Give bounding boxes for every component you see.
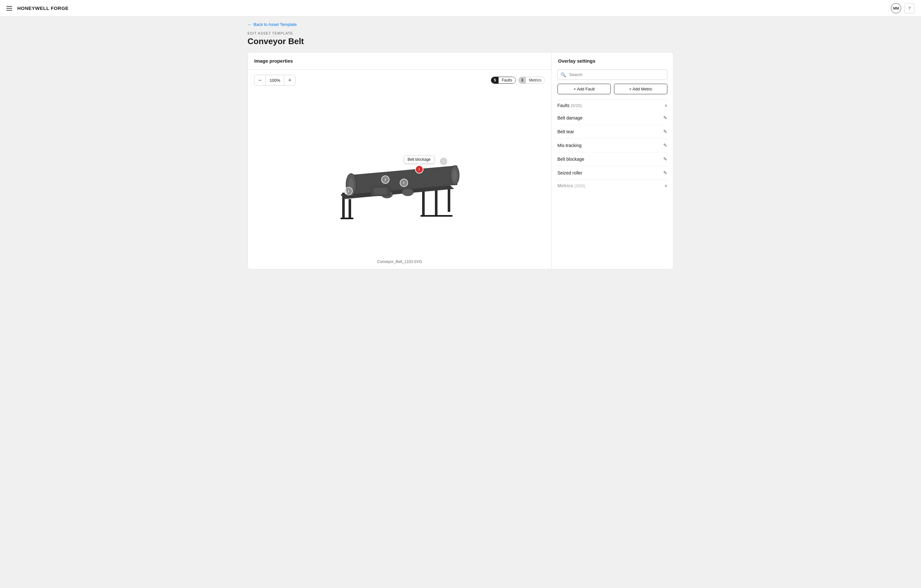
faults-badge[interactable]: 5 Faults [491, 77, 516, 84]
faults-badge-count: 5 [491, 77, 498, 83]
overlay-settings-panel: Overlay settings 🔍 + Add Fault + Add Met… [552, 52, 673, 269]
metrics-chevron: ∨ [664, 184, 667, 188]
marker-5[interactable]: i [439, 157, 448, 166]
edit-icon-belt-blockage[interactable]: ✎ [663, 156, 667, 162]
edit-icon-seized-roller[interactable]: ✎ [663, 170, 667, 176]
metrics-count: (3/20) [574, 184, 585, 188]
top-navigation: HONEYWELL FORGE MM ? [0, 0, 921, 16]
edit-icon-belt-damage[interactable]: ✎ [663, 115, 667, 121]
edit-icon-mis-tracking[interactable]: ✎ [663, 143, 667, 148]
marker-1[interactable]: i [344, 187, 353, 195]
hamburger-menu[interactable] [7, 6, 12, 11]
svg-rect-23 [374, 188, 387, 194]
action-buttons: + Add Fault + Add Metric [552, 84, 673, 99]
zoom-controls: − 100% + [254, 75, 296, 86]
svg-rect-3 [435, 188, 438, 216]
page-content: ← Back to Asset Template EDIT ASSET TEMP… [240, 16, 681, 277]
edit-icon-belt-tear[interactable]: ✎ [663, 129, 667, 135]
faults-count: (5/20) [571, 103, 582, 108]
fault-item-belt-damage: Belt damage ✎ [557, 111, 667, 125]
image-toolbar: − 100% + 5 Faults 3 Metrics [248, 70, 551, 91]
conveyor-belt-image [323, 122, 477, 225]
fault-item-belt-tear: Belt tear ✎ [557, 125, 667, 139]
marker-2[interactable]: i [381, 175, 389, 184]
zoom-value: 100% [265, 75, 284, 85]
search-box: 🔍 [557, 69, 667, 80]
help-icon: ? [908, 6, 911, 11]
main-card: Image properties − 100% + 5 Faults 3 [247, 52, 674, 270]
zoom-in-button[interactable]: + [284, 75, 295, 85]
fault-name-belt-tear: Belt tear [557, 129, 574, 134]
help-button[interactable]: ? [905, 3, 914, 13]
fault-item-belt-blockage: Belt blockage ✎ [557, 153, 667, 166]
svg-rect-5 [340, 218, 353, 219]
marker-circle-4-active: i [415, 165, 423, 174]
svg-point-19 [452, 170, 457, 180]
add-metric-button[interactable]: + Add Metric [614, 84, 667, 94]
metrics-section-header[interactable]: Metrics (3/20) ∨ [557, 180, 667, 192]
app-logo: HONEYWELL FORGE [17, 5, 69, 11]
search-input[interactable] [557, 69, 667, 80]
image-filename: Conveyor_Belt_1103.SVG [248, 256, 551, 269]
faults-chevron: ∧ [664, 103, 667, 108]
back-link-label: Back to Asset Template [254, 22, 297, 27]
svg-point-21 [402, 188, 413, 196]
metrics-badge[interactable]: 3 Metrics [518, 77, 545, 84]
marker-4-belt-blockage[interactable]: Belt blockage i [415, 165, 423, 174]
add-fault-button[interactable]: + Add Fault [557, 84, 611, 94]
fault-name-belt-blockage: Belt blockage [557, 157, 584, 162]
overlay-settings-header: Overlay settings [552, 52, 673, 69]
faults-section-title: Faults (5/20) [557, 103, 582, 108]
image-properties-panel: Image properties − 100% + 5 Faults 3 [248, 52, 552, 269]
metrics-badge-count: 3 [519, 77, 526, 83]
faults-title: Faults [557, 103, 570, 108]
svg-rect-6 [420, 215, 452, 217]
search-icon: 🔍 [561, 72, 566, 77]
marker-circle-3: i [400, 179, 408, 187]
topnav-right: MM ? [891, 3, 914, 13]
marker-circle-5: i [439, 157, 448, 166]
back-arrow-icon: ← [247, 22, 252, 27]
svg-rect-2 [422, 190, 425, 217]
fault-item-mis-tracking: Mis-tracking ✎ [557, 139, 667, 153]
avatar[interactable]: MM [891, 3, 901, 13]
faults-section-header[interactable]: Faults (5/20) ∧ [557, 99, 667, 111]
fault-item-seized-roller: Seized roller ✎ [557, 166, 667, 180]
svg-rect-1 [348, 199, 351, 218]
page-subtitle: EDIT ASSET TEMPLATE [247, 31, 674, 35]
image-properties-header: Image properties [248, 52, 551, 70]
marker-circle-1: i [344, 187, 353, 195]
conveyor-container: i i i Belt blockage i [323, 122, 477, 225]
fault-list: Belt damage ✎ Belt tear ✎ Mis-tracking ✎… [557, 111, 667, 180]
back-link[interactable]: ← Back to Asset Template [247, 22, 297, 27]
faults-badge-label: Faults [498, 77, 516, 83]
fault-name-mis-tracking: Mis-tracking [557, 143, 581, 148]
faults-section: Faults (5/20) ∧ Belt damage ✎ Belt tear … [552, 99, 673, 180]
fault-name-belt-damage: Belt damage [557, 115, 583, 120]
metrics-section-title: Metrics (3/20) [557, 183, 585, 188]
marker-3[interactable]: i [400, 179, 408, 187]
metrics-section: Metrics (3/20) ∨ [552, 180, 673, 192]
image-area: i i i Belt blockage i [248, 91, 551, 256]
page-title: Conveyor Belt [247, 36, 674, 46]
topnav-left: HONEYWELL FORGE [7, 5, 69, 11]
marker-circle-2: i [381, 175, 389, 184]
fault-name-seized-roller: Seized roller [557, 171, 583, 175]
metrics-title: Metrics [557, 183, 573, 188]
zoom-out-button[interactable]: − [255, 75, 265, 85]
metrics-badge-label: Metrics [526, 77, 545, 83]
tag-badges: 5 Faults 3 Metrics [491, 77, 545, 84]
